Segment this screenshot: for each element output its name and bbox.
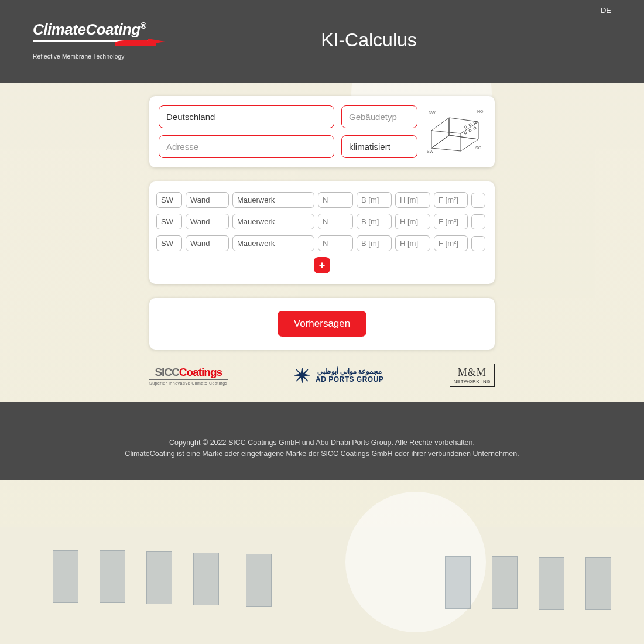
count-input[interactable]	[318, 214, 353, 229]
element-input[interactable]	[186, 214, 229, 229]
location-card: NW NO SW SO	[149, 96, 495, 167]
sicc-logo: SICCCoatings Superior Innovative Climate…	[149, 366, 228, 385]
logo: ClimateCoating® Reflective Membrane Tech…	[33, 20, 208, 60]
svg-marker-22	[303, 369, 308, 374]
orientation-input[interactable]	[156, 192, 182, 208]
footer-line1: Copyright © 2022 SICC Coatings GmbH und …	[23, 437, 621, 448]
svg-text:NW: NW	[429, 111, 436, 115]
address-input[interactable]	[159, 135, 334, 158]
element-input[interactable]	[186, 192, 229, 208]
background-lower	[0, 527, 644, 644]
building-sketch-icon: NW NO SW SO	[426, 107, 484, 154]
svg-marker-23	[296, 376, 301, 381]
width-input[interactable]	[357, 192, 392, 208]
header: DE ClimateCoating® Reflective Membrane T…	[0, 0, 644, 83]
orientation-input[interactable]	[156, 214, 182, 229]
svg-marker-19	[294, 374, 301, 376]
width-input[interactable]	[357, 235, 392, 251]
area-input[interactable]	[434, 192, 468, 208]
material-input[interactable]	[232, 235, 314, 251]
svg-marker-17	[301, 368, 303, 374]
climate-select[interactable]	[341, 135, 417, 158]
svg-line-3	[431, 131, 461, 133]
component-row	[156, 192, 488, 208]
country-input[interactable]	[159, 105, 334, 128]
component-row	[156, 214, 488, 229]
svg-text:SO: SO	[475, 146, 482, 150]
add-row-button[interactable]: +	[314, 257, 330, 273]
svg-point-11	[474, 127, 476, 129]
svg-text:SW: SW	[427, 149, 434, 153]
logo-main: ClimateCoating	[33, 20, 141, 38]
svg-text:NO: NO	[477, 109, 484, 114]
material-input[interactable]	[232, 214, 314, 229]
extra-input[interactable]	[471, 193, 485, 208]
svg-marker-20	[303, 374, 310, 376]
svg-point-6	[464, 126, 467, 128]
logo-subtitle: Reflective Membrane Technology	[33, 53, 208, 60]
height-input[interactable]	[395, 192, 430, 208]
width-input[interactable]	[357, 214, 392, 229]
footer: Copyright © 2022 SICC Coatings GmbH und …	[0, 402, 644, 480]
svg-marker-21	[296, 369, 301, 374]
extra-input[interactable]	[471, 214, 485, 229]
count-input[interactable]	[318, 192, 353, 208]
svg-point-10	[469, 129, 471, 132]
predict-button[interactable]: Vorhersagen	[278, 311, 366, 337]
components-card: +	[149, 181, 495, 284]
language-switch[interactable]: DE	[33, 6, 611, 15]
orientation-input[interactable]	[156, 235, 182, 251]
svg-marker-18	[301, 376, 303, 383]
height-input[interactable]	[395, 214, 430, 229]
component-row	[156, 235, 488, 251]
page-title: KI-Calculus	[208, 29, 529, 51]
building-type-select[interactable]	[341, 105, 417, 128]
footer-line2: ClimateCoating ist eine Marke oder einge…	[23, 448, 621, 460]
compass-icon	[293, 366, 311, 384]
count-input[interactable]	[318, 235, 353, 251]
adports-logo: مجموعة مواني أبوظبي AD PORTS GROUP	[293, 366, 383, 384]
element-input[interactable]	[186, 235, 229, 251]
svg-marker-24	[303, 376, 308, 381]
partner-logos: SICCCoatings Superior Innovative Climate…	[149, 364, 495, 387]
area-input[interactable]	[434, 214, 468, 229]
area-input[interactable]	[434, 235, 468, 251]
extra-input[interactable]	[471, 236, 485, 251]
height-input[interactable]	[395, 235, 430, 251]
logo-reg: ®	[141, 21, 146, 30]
material-input[interactable]	[232, 192, 314, 208]
predict-card: Vorhersagen	[149, 298, 495, 350]
mm-logo: M&M NETWORK-ING	[450, 364, 495, 387]
svg-point-9	[464, 132, 467, 134]
svg-point-7	[469, 124, 471, 126]
